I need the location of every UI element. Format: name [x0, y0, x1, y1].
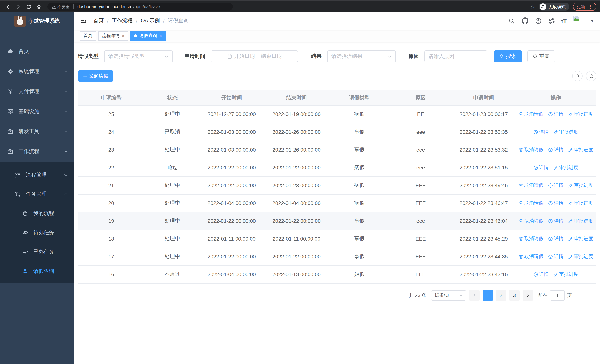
sidebar-item-devtools[interactable]: 研发工具	[0, 121, 74, 142]
fullscreen-icon[interactable]	[548, 17, 556, 25]
help-icon[interactable]	[534, 17, 543, 25]
sidebar-item-task-mgmt[interactable]: 任务管理	[0, 185, 74, 204]
action-detail-link[interactable]: 详情	[548, 218, 563, 224]
action-cancel-link[interactable]: 取消请假	[518, 146, 544, 153]
sidebar-item-home[interactable]: 首页	[0, 42, 74, 62]
sidebar-item-label: 我的流程	[33, 210, 54, 217]
cell-start-time: 2022-01-03 00:00:00	[200, 123, 263, 141]
kebab-menu-icon[interactable]: ⋮	[588, 4, 593, 9]
update-button[interactable]: 更新 ⋮	[573, 3, 596, 11]
action-progress-link[interactable]: 审批进度	[568, 235, 593, 242]
sidebar-item-my-process[interactable]: 我的流程	[0, 204, 74, 223]
action-cancel-link[interactable]: 取消请假	[518, 200, 544, 206]
search-icon[interactable]	[508, 17, 516, 25]
avatar[interactable]	[572, 14, 585, 28]
reload-button[interactable]	[24, 3, 33, 11]
breadcrumb-item[interactable]: 首页	[94, 18, 104, 24]
page-size-select[interactable]: 10条/页	[431, 290, 466, 300]
action-detail-link[interactable]: 详情	[548, 146, 563, 153]
table-header-cell: 申请时间	[452, 90, 515, 105]
cell-leave-type: 婚假	[330, 265, 389, 283]
action-label: 详情	[554, 218, 563, 224]
breadcrumb-item[interactable]: 工作流程	[112, 18, 133, 24]
prev-page-button[interactable]	[469, 290, 479, 300]
action-progress-link[interactable]: 审批进度	[568, 253, 593, 260]
navbar: 首页/工作流程/OA 示例/请假查询 TT	[74, 12, 600, 30]
back-button[interactable]	[4, 3, 12, 11]
leave-type-select[interactable]: 请选择请假类型	[104, 50, 173, 62]
bookmark-star-icon[interactable]: ☆	[531, 4, 535, 10]
action-progress-link[interactable]: 审批进度	[568, 200, 593, 206]
action-detail-link[interactable]: 详情	[548, 182, 563, 189]
breadcrumb-item[interactable]: OA 示例	[141, 18, 160, 24]
tab-流程详情[interactable]: 流程详情×	[98, 31, 128, 41]
sidebar-item-infra[interactable]: 基础设施	[0, 102, 74, 121]
close-icon[interactable]: ×	[122, 34, 124, 38]
action-progress-link[interactable]: 审批进度	[568, 146, 593, 153]
sidebar-item-pay[interactable]: 支付管理	[0, 82, 74, 102]
goto-page-input[interactable]	[550, 290, 565, 300]
action-detail-link[interactable]: 详情	[548, 253, 563, 260]
cell-status: 处理中	[145, 177, 200, 194]
sidebar-item-workflow[interactable]: 工作流程	[0, 142, 74, 162]
avatar-caret-icon[interactable]: ▼	[590, 19, 594, 23]
date-range-picker[interactable]: 开始日期 - 结束日期	[211, 50, 298, 62]
eye-icon	[22, 230, 28, 236]
reason-input[interactable]	[428, 53, 483, 59]
sidebar-item-leave-query[interactable]: 请假查询	[0, 262, 74, 281]
sidebar-item-done-task[interactable]: 已办任务	[0, 243, 74, 262]
cell-end-time: 2022-01-22 00:00:00	[263, 248, 330, 265]
action-label: 审批进度	[574, 253, 593, 260]
font-size-icon[interactable]: TT	[561, 18, 567, 24]
action-progress-link[interactable]: 审批进度	[553, 271, 578, 278]
action-cancel-link[interactable]: 取消请假	[518, 111, 544, 118]
action-detail-link[interactable]: 详情	[548, 111, 563, 118]
view-icon	[533, 130, 538, 134]
action-cancel-link[interactable]: 取消请假	[518, 218, 544, 224]
search-button[interactable]: 搜索	[494, 50, 522, 62]
action-detail-link[interactable]: 详情	[533, 271, 549, 278]
table-search-toggle-button[interactable]	[572, 71, 582, 81]
tab-首页[interactable]: 首页	[80, 31, 96, 41]
yen-icon	[7, 89, 13, 94]
action-detail-link[interactable]: 详情	[533, 129, 549, 135]
action-cancel-link[interactable]: 取消请假	[518, 182, 544, 189]
action-cancel-link[interactable]: 取消请假	[518, 235, 544, 242]
app-logo-row[interactable]: 芋道管理系统	[0, 12, 74, 30]
page-button-1[interactable]: 1	[483, 290, 493, 300]
security-badge[interactable]: 不安全	[52, 4, 70, 9]
action-progress-link[interactable]: 审批进度	[568, 111, 593, 118]
home-button[interactable]	[35, 3, 43, 11]
action-detail-link[interactable]: 详情	[548, 235, 563, 242]
sidebar-item-todo-task[interactable]: 待办任务	[0, 223, 74, 243]
reset-button[interactable]: 重置	[527, 50, 555, 62]
chevron-down-icon	[64, 173, 68, 177]
action-detail-link[interactable]: 详情	[548, 200, 563, 206]
next-page-button[interactable]	[523, 290, 533, 300]
github-icon[interactable]	[521, 17, 529, 25]
url-host: dashboard.yudao.iocoder.cn	[77, 4, 131, 9]
cell-apply-id: 20	[78, 194, 145, 212]
action-progress-link[interactable]: 审批进度	[553, 129, 578, 135]
url-bar[interactable]: 不安全 dashboard.yudao.iocoder.cn/bpm/oa/le…	[47, 3, 233, 11]
close-icon[interactable]: ×	[159, 34, 162, 38]
sidebar-item-process-mgmt[interactable]: 流程管理	[0, 165, 74, 185]
action-progress-link[interactable]: 审批进度	[568, 182, 593, 189]
forward-button[interactable]	[14, 3, 22, 11]
cell-leave-type: 病假	[330, 159, 389, 177]
action-detail-link[interactable]: 详情	[533, 164, 549, 171]
result-select[interactable]: 请选择流结果	[327, 50, 396, 62]
edit-icon	[568, 147, 573, 152]
action-cancel-link[interactable]: 取消请假	[518, 253, 544, 260]
action-progress-link[interactable]: 审批进度	[553, 164, 578, 171]
sidebar-item-label: 首页	[19, 48, 29, 55]
page-button-3[interactable]: 3	[509, 290, 520, 300]
tab-请假查询[interactable]: 请假查询×	[131, 31, 166, 41]
table-refresh-button[interactable]	[586, 71, 596, 81]
page-button-2[interactable]: 2	[496, 290, 506, 300]
action-progress-link[interactable]: 审批进度	[568, 218, 593, 224]
create-leave-button[interactable]: 发起请假	[78, 70, 113, 82]
sidebar-item-system[interactable]: 系统管理	[0, 62, 74, 82]
sidebar-fold-button[interactable]	[80, 17, 87, 24]
cell-apply-id: 16	[78, 265, 145, 283]
